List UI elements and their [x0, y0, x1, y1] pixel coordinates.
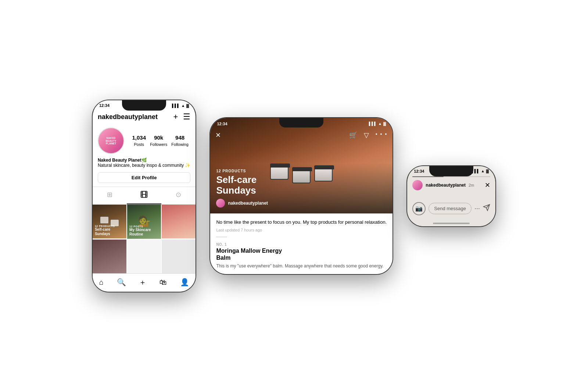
posts-count: 1,034	[132, 134, 146, 141]
guide-tag: 12 PRODUCTS	[216, 169, 387, 173]
add-post-nav-icon[interactable]: ＋	[139, 277, 146, 287]
grid-tag-1: 12 PRODUCTS	[95, 225, 115, 227]
battery-icon-3: ▓	[486, 169, 489, 173]
profile-avatar[interactable]: NAKED BEAUTY PLANET	[98, 127, 124, 154]
story-time-ago: 2m	[469, 183, 474, 187]
story-message-input[interactable]: Send message	[429, 203, 472, 214]
edit-profile-button[interactable]: Edit Profile	[98, 172, 190, 183]
status-bar-1: 12:34 ▌▌▌ ▲ ▓	[93, 100, 196, 109]
grid-item-2[interactable]: 💁 12 POSTS My SkincareRoutine	[127, 205, 161, 238]
following-count: 948	[171, 134, 188, 141]
profile-bio: Natural skincare, beauty inspo & communi…	[98, 163, 190, 168]
grid-item-1[interactable]: 12 PRODUCTS Self-careSundays	[93, 205, 126, 238]
avatar-text-line2: BEAUTY	[106, 140, 116, 143]
phone-1: 12:34 ▌▌▌ ▲ ▓ nakedbeautyplanet + ☰ NAKE…	[93, 100, 196, 291]
story-close-button[interactable]: ✕	[485, 181, 490, 189]
wifi-icon-2: ▲	[378, 122, 382, 126]
story-user-avatar	[412, 180, 423, 190]
guide-overlay: 12 PRODUCTS Self-careSundays nakedbeauty…	[210, 163, 392, 213]
guide-item-description: This is my "use everywhere" balm. Massag…	[216, 263, 387, 269]
home-nav-icon[interactable]: ⌂	[99, 278, 104, 287]
guide-body: No time like the present to focus on you…	[210, 213, 392, 274]
guide-title: Self-careSundays	[216, 175, 387, 195]
followers-stat: 90k Followers	[150, 134, 167, 147]
grid-label-2: 12 POSTS My SkincareRoutine	[129, 225, 151, 237]
following-label: Following	[171, 142, 188, 147]
grid-label-1: 12 PRODUCTS Self-careSundays	[95, 225, 115, 236]
phone-2: 12:34 ▌▌▌ ▲ ▓ ✕ 🛒 ▽ • • •	[210, 118, 392, 274]
ig-username: nakedbeautyplanet	[98, 113, 158, 121]
tab-grid[interactable]: ⊞	[93, 187, 127, 204]
ig-grid: 12 PRODUCTS Self-careSundays 💁 12 POSTS …	[93, 205, 196, 273]
ig-profile-section: NAKED BEAUTY PLANET 1,034 Posts 90k Foll…	[93, 124, 196, 158]
profile-nav-icon[interactable]: 👤	[180, 278, 189, 287]
guide-author-name: nakedbeautyplanet	[228, 201, 268, 206]
story-top-bar: nakedbeautyplanet 2m ✕	[407, 177, 495, 193]
following-stat: 948 Following	[171, 134, 188, 147]
time-display-2: 12:34	[217, 122, 227, 126]
shop-nav-icon[interactable]: 🛍	[159, 278, 167, 287]
ig-tabs: ⊞ ⊙	[93, 187, 196, 205]
guide-item-number: NO. 1	[216, 242, 387, 247]
tab-reels[interactable]	[127, 187, 161, 204]
camera-icon: 📷	[415, 205, 423, 212]
followers-count: 90k	[150, 134, 167, 141]
grid-title-2: My SkincareRoutine	[129, 228, 151, 237]
ig-header-actions: + ☰	[173, 112, 191, 122]
posts-stat: 1,034 Posts	[132, 134, 146, 147]
ig-stats: 1,034 Posts 90k Followers 948 Following	[130, 134, 190, 147]
signal-icon-2: ▌▌▌	[369, 122, 377, 126]
story-username: nakedbeautyplanet	[426, 183, 466, 188]
avatar-text-line3: PLANET	[106, 142, 116, 145]
guide-author-row: nakedbeautyplanet	[216, 199, 387, 208]
tab-tagged[interactable]: ⊙	[161, 187, 196, 204]
menu-icon[interactable]: ☰	[183, 112, 190, 122]
ig-header: nakedbeautyplanet + ☰	[93, 109, 196, 124]
battery-icon-2: ▓	[383, 122, 386, 126]
story-camera-button[interactable]: 📷	[412, 202, 426, 215]
grid-item-6	[162, 240, 196, 273]
notch-3	[429, 166, 473, 176]
time-display-3: 12:34	[414, 169, 424, 173]
time-display-1: 12:34	[99, 103, 110, 108]
story-more-button[interactable]: ···	[474, 205, 480, 212]
followers-label: Followers	[150, 142, 167, 147]
notch-1	[122, 100, 166, 111]
status-icons-1: ▌▌▌ ▲ ▓	[172, 104, 189, 108]
add-icon[interactable]: +	[173, 112, 178, 122]
guide-item-name: Moringa Mallow EnergyBalm	[216, 247, 387, 261]
phone-3: 12:34 ▌▌▌ ▲ ▓ nakedbeautyplanet 2m ✕	[407, 166, 495, 226]
story-send-button[interactable]	[483, 204, 490, 213]
wifi-icon-3: ▲	[481, 169, 485, 173]
guide-description: No time like the present to focus on you…	[216, 219, 387, 226]
grid-item-5	[127, 240, 161, 273]
status-bar-3: 12:34 ▌▌▌ ▲ ▓	[407, 166, 495, 175]
status-icons-2: ▌▌▌ ▲ ▓	[369, 122, 386, 126]
story-bottom-bar: 📷 Send message ···	[407, 199, 495, 220]
grid-title-1: Self-careSundays	[95, 227, 115, 236]
guide-divider	[216, 237, 227, 237]
signal-icon: ▌▌▌	[172, 104, 180, 108]
grid-item-3[interactable]	[162, 205, 196, 238]
profile-name: Naked Beauty Planet🌿	[98, 158, 190, 163]
ig-bio: Naked Beauty Planet🌿 Natural skincare, b…	[93, 158, 196, 171]
grid-item-4[interactable]	[93, 240, 126, 273]
status-icons-3: ▌▌▌ ▲ ▓	[472, 169, 489, 173]
avatar-text-line1: NAKED	[106, 137, 116, 140]
ig-bottom-nav: ⌂ 🔍 ＋ 🛍 👤	[93, 273, 196, 292]
wifi-icon: ▲	[181, 104, 185, 108]
grid-tag-2: 12 POSTS	[129, 225, 151, 228]
search-nav-icon[interactable]: 🔍	[117, 278, 126, 287]
guide-last-updated: Last updated 7 hours ago	[216, 228, 387, 232]
posts-label: Posts	[134, 142, 144, 147]
guide-author-avatar	[216, 199, 225, 208]
story-user-row: nakedbeautyplanet 2m	[412, 180, 474, 190]
battery-icon: ▓	[186, 104, 189, 108]
guide-hero: 12:34 ▌▌▌ ▲ ▓ ✕ 🛒 ▽ • • •	[210, 118, 392, 213]
